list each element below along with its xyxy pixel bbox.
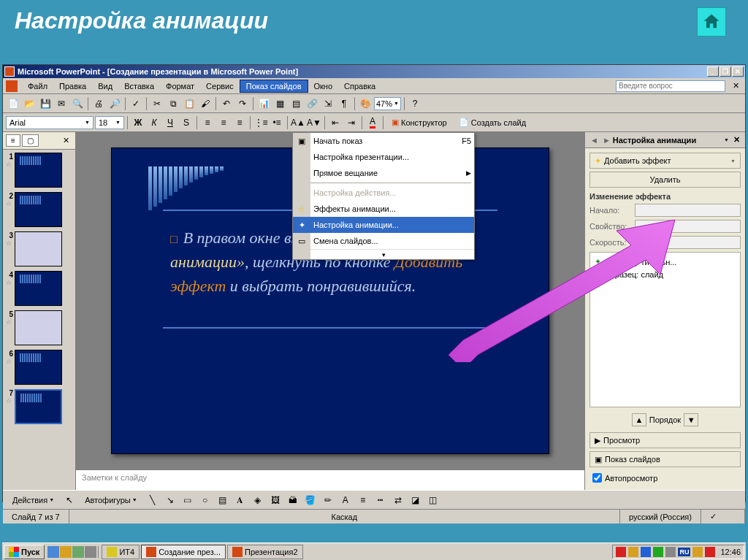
pane-forward-button[interactable]: ► <box>600 136 613 145</box>
zoom-select[interactable]: 47%▼ <box>374 97 401 110</box>
copy-icon[interactable]: ⧉ <box>166 96 180 111</box>
menu-format[interactable]: Формат <box>160 80 200 92</box>
menu-custom-animation[interactable]: ✦Настройка анимации... <box>293 217 474 233</box>
line-icon[interactable]: ╲ <box>145 493 160 507</box>
arrow-icon[interactable]: ↘ <box>163 493 178 507</box>
help-search-input[interactable] <box>616 80 725 92</box>
line-color-icon[interactable]: ✏ <box>321 493 335 507</box>
menu-insert[interactable]: Вставка <box>118 80 160 92</box>
menu-slideshow[interactable]: Показ слайдов <box>240 80 308 93</box>
menu-expand-button[interactable]: ▾ <box>293 249 474 259</box>
tray-icon-4[interactable] <box>653 547 663 557</box>
design-button[interactable]: ▣Конструктор <box>386 115 452 129</box>
close-button[interactable]: ✕ <box>732 66 744 77</box>
decrease-indent-icon[interactable]: ⇤ <box>328 115 343 130</box>
align-left-icon[interactable]: ≡ <box>200 115 215 130</box>
tables-icon[interactable]: ▤ <box>289 96 303 111</box>
picture-icon[interactable]: 🏔 <box>286 493 300 507</box>
pointer-icon[interactable]: ↖ <box>62 493 77 507</box>
new-icon[interactable]: 📄 <box>6 96 20 111</box>
ql-icon-2[interactable] <box>60 546 72 558</box>
open-icon[interactable]: 📂 <box>22 96 37 111</box>
color-icon[interactable]: 🎨 <box>358 96 373 111</box>
property-select[interactable] <box>635 220 741 233</box>
numbering-icon[interactable]: ⋮≡ <box>253 115 268 130</box>
thumb-4[interactable]: 4☆ <box>6 271 72 306</box>
move-up-button[interactable]: ▲ <box>632 413 646 426</box>
print-icon[interactable]: 🖨 <box>91 96 106 111</box>
tray-icon-5[interactable] <box>665 547 676 557</box>
spellcheck-icon[interactable]: ✓ <box>129 96 143 111</box>
preview-button[interactable]: ▶Просмотр <box>589 432 741 448</box>
list-item[interactable]: ✦Образец: слайд <box>593 268 737 280</box>
slides-tab[interactable]: ▢ <box>22 134 39 147</box>
bold-icon[interactable]: Ж <box>131 115 145 130</box>
tray-icon-3[interactable] <box>641 547 651 557</box>
table-icon[interactable]: ▦ <box>272 96 287 111</box>
tray-icon-6[interactable] <box>692 547 703 557</box>
menu-tools[interactable]: Сервис <box>200 80 240 92</box>
start-button[interactable]: Пуск <box>4 545 45 559</box>
clock[interactable]: 12:46 <box>720 548 741 556</box>
redo-icon[interactable]: ↷ <box>235 96 250 111</box>
effects-list[interactable]: ✦Образец: титульн... ✦Образец: слайд <box>589 252 741 407</box>
oval-icon[interactable]: ○ <box>198 493 213 507</box>
decrease-font-icon[interactable]: A▼ <box>307 115 321 130</box>
pane-back-button[interactable]: ◄ <box>588 136 600 145</box>
undo-icon[interactable]: ↶ <box>219 96 234 111</box>
speed-select[interactable] <box>635 236 741 249</box>
diagram-icon[interactable]: ◈ <box>251 493 265 507</box>
tray-icon-7[interactable] <box>705 547 715 557</box>
cut-icon[interactable]: ✂ <box>150 96 164 111</box>
shadow-icon[interactable]: S <box>179 115 194 130</box>
menu-window[interactable]: Окно <box>308 80 339 92</box>
pane-close-button[interactable]: ✕ <box>731 135 742 145</box>
rect-icon[interactable]: ▭ <box>180 493 195 507</box>
underline-icon[interactable]: Ч <box>163 115 178 130</box>
expand-icon[interactable]: ⇲ <box>321 96 335 111</box>
chart-icon[interactable]: 📊 <box>256 96 271 111</box>
thumb-1[interactable]: 1☆ <box>6 153 72 188</box>
font-color-icon[interactable]: A <box>338 493 353 507</box>
autoshapes-button[interactable]: Автофигуры▼ <box>80 494 142 507</box>
remove-effect-button[interactable]: Удалить <box>589 172 741 188</box>
menu-view[interactable]: Вид <box>92 80 118 92</box>
move-down-button[interactable]: ▼ <box>684 413 698 426</box>
home-icon[interactable] <box>697 7 726 37</box>
language-badge[interactable]: RU <box>678 548 690 556</box>
mail-icon[interactable]: ✉ <box>54 96 69 111</box>
thumb-7[interactable]: 7☆ <box>6 389 72 424</box>
ql-icon-1[interactable] <box>47 546 59 558</box>
fill-color-icon[interactable]: 🪣 <box>303 493 318 507</box>
increase-indent-icon[interactable]: ⇥ <box>344 115 359 130</box>
outline-tab[interactable]: ≡ <box>6 134 20 147</box>
bullets-icon[interactable]: •≡ <box>270 115 284 130</box>
formatpaint-icon[interactable]: 🖌 <box>198 96 213 111</box>
hyperlink-icon[interactable]: 🔗 <box>305 96 319 111</box>
mdi-close-button[interactable]: ✕ <box>730 81 742 91</box>
font-select[interactable]: Arial▼ <box>6 116 94 129</box>
increase-font-icon[interactable]: A▲ <box>291 115 305 130</box>
menu-animation-effects[interactable]: ☆Эффекты анимации... <box>293 201 474 217</box>
wordart-icon[interactable]: 𝐀 <box>233 493 248 507</box>
clipart-icon[interactable]: 🖼 <box>268 493 283 507</box>
menu-start-show[interactable]: ▣Начать показF5 <box>293 133 474 149</box>
thumb-3[interactable]: 3☆ <box>6 231 72 266</box>
task-create-presentation[interactable]: Создание през... <box>141 545 226 559</box>
font-size-select[interactable]: 18▼ <box>95 116 124 129</box>
font-color-icon[interactable]: A <box>365 115 380 130</box>
align-right-icon[interactable]: ≡ <box>232 115 247 130</box>
line-style-icon[interactable]: ≡ <box>356 493 370 507</box>
textbox-icon[interactable]: ▤ <box>215 493 230 507</box>
thumb-6[interactable]: 6☆ <box>6 350 72 385</box>
restore-button[interactable]: ❐ <box>720 66 731 77</box>
3d-style-icon[interactable]: ◫ <box>426 493 440 507</box>
shadow-style-icon[interactable]: ◪ <box>408 493 423 507</box>
paste-icon[interactable]: 📋 <box>182 96 196 111</box>
minimize-button[interactable]: _ <box>707 66 719 77</box>
menu-file[interactable]: Файл <box>22 80 53 92</box>
actions-button[interactable]: Действия▼ <box>7 494 59 507</box>
task-presentation2[interactable]: Презентация2 <box>227 545 303 559</box>
menu-broadcast[interactable]: Прямое вещание▶ <box>293 165 474 181</box>
preview-icon[interactable]: 🔎 <box>107 96 122 111</box>
